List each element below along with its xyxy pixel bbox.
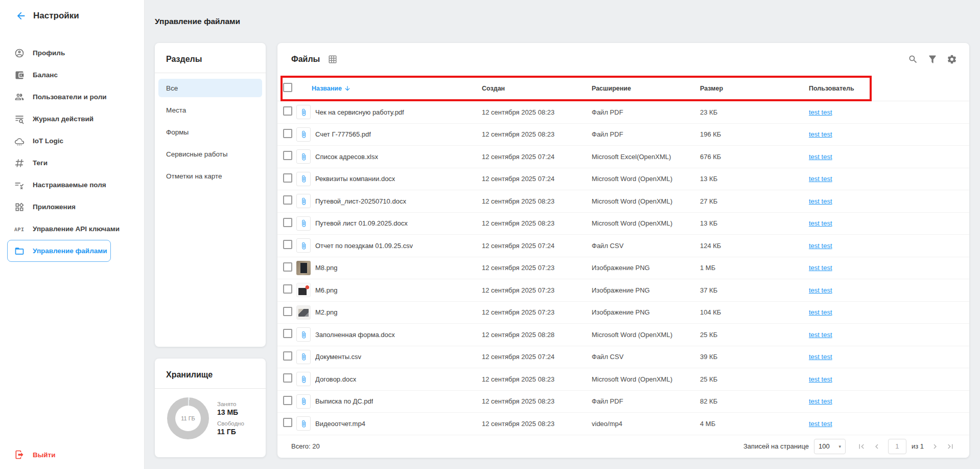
file-user-link[interactable]: test test (809, 375, 832, 383)
sidebar-item-iot-logic[interactable]: IoT Logic (0, 130, 144, 152)
file-user-link[interactable]: test test (809, 308, 832, 316)
file-user-link[interactable]: test test (809, 197, 832, 205)
row-checkbox[interactable] (283, 418, 292, 427)
logout-button[interactable]: Выйти (0, 444, 56, 465)
file-attachment-icon (296, 172, 311, 186)
section-item-places[interactable]: Места (158, 101, 262, 119)
row-checkbox[interactable] (283, 240, 292, 249)
page-title: Управление файлами (155, 17, 969, 26)
file-attachment-icon (296, 261, 311, 275)
file-extension: Microsoft Word (OpenXML) (592, 175, 700, 183)
file-size: 23 КБ (700, 108, 809, 116)
sidebar-item-tags[interactable]: Теги (0, 152, 144, 174)
file-user-link[interactable]: test test (809, 420, 832, 428)
files-panel: Файлы Название Создан Расширение (277, 43, 969, 458)
file-user-link[interactable]: test test (809, 130, 832, 138)
section-item-all[interactable]: Все (158, 79, 262, 97)
file-name: Отчет по поездкам 01.09.25.csv (315, 242, 413, 250)
column-header-name[interactable]: Название (312, 85, 351, 92)
file-extension: Microsoft Word (OpenXML) (592, 331, 700, 339)
sidebar-item-file-management[interactable]: Управление файлами (7, 240, 111, 262)
file-extension: video/mp4 (592, 420, 700, 428)
file-user-link[interactable]: test test (809, 264, 832, 272)
column-header-user[interactable]: Пользователь (809, 85, 969, 92)
file-user-link[interactable]: test test (809, 219, 832, 227)
row-checkbox[interactable] (283, 351, 292, 361)
row-checkbox[interactable] (283, 173, 292, 183)
first-page-icon[interactable] (855, 440, 868, 453)
file-size: 13 КБ (700, 219, 809, 227)
row-checkbox[interactable] (283, 262, 292, 272)
file-name: Путевой_лист-20250710.docx (315, 197, 406, 205)
row-checkbox[interactable] (283, 195, 292, 205)
file-name: M2.png (315, 308, 337, 316)
sidebar-item-users-roles[interactable]: Пользователи и роли (0, 86, 144, 108)
section-item-service-works[interactable]: Сервисные работы (158, 145, 262, 163)
select-all-checkbox[interactable] (283, 83, 292, 92)
row-checkbox[interactable] (283, 218, 292, 227)
column-header-created[interactable]: Создан (482, 85, 592, 92)
column-header-extension[interactable]: Расширение (592, 85, 700, 92)
file-name: Договор.docx (315, 375, 356, 383)
table-row: Список адресов.xlsx 12 сентября 2025 07:… (277, 146, 969, 168)
row-checkbox[interactable] (283, 284, 292, 294)
table-row: Реквизиты компании.docx 12 сентября 2025… (277, 168, 969, 191)
file-user-link[interactable]: test test (809, 108, 832, 116)
sidebar-item-balance[interactable]: Баланс (0, 64, 144, 86)
file-extension: Файл CSV (592, 242, 700, 250)
sidebar-item-api-keys[interactable]: API Управление API ключами (0, 218, 144, 240)
file-extension: Microsoft Word (OpenXML) (592, 375, 700, 383)
row-checkbox[interactable] (283, 373, 292, 383)
file-created: 12 сентября 2025 07:24 (482, 175, 592, 183)
row-checkbox[interactable] (283, 329, 292, 338)
file-user-link[interactable]: test test (809, 286, 832, 294)
file-name: Список адресов.xlsx (315, 153, 378, 161)
row-checkbox[interactable] (283, 129, 292, 138)
file-attachment-icon (296, 216, 311, 231)
per-page-label: Записей на странице (743, 442, 809, 450)
file-name: Документы.csv (315, 353, 361, 361)
back-arrow-icon[interactable] (15, 10, 27, 21)
sidebar-item-profile[interactable]: Профиль (0, 42, 144, 64)
section-item-forms[interactable]: Формы (158, 123, 262, 141)
file-user-link[interactable]: test test (809, 242, 832, 250)
row-checkbox[interactable] (283, 396, 292, 405)
file-created: 12 сентября 2025 08:23 (482, 108, 592, 116)
sidebar-item-custom-fields[interactable]: Настраиваемые поля (0, 174, 144, 196)
file-extension: Microsoft Word (OpenXML) (592, 219, 700, 227)
grid-view-icon[interactable] (328, 55, 337, 64)
file-attachment-icon (296, 372, 311, 386)
total-count: Всего: 20 (291, 442, 320, 450)
file-user-link[interactable]: test test (809, 331, 832, 339)
last-page-icon[interactable] (944, 440, 956, 453)
next-page-icon[interactable] (929, 440, 941, 453)
file-name: Выписка по ДС.pdf (315, 397, 373, 405)
page-number-input[interactable]: 1 (888, 439, 906, 454)
search-icon[interactable] (908, 54, 918, 64)
file-created: 12 сентября 2025 08:23 (482, 375, 592, 383)
row-checkbox[interactable] (283, 151, 292, 160)
row-checkbox[interactable] (283, 307, 292, 316)
row-checkbox[interactable] (283, 106, 292, 116)
file-size: 196 КБ (700, 130, 809, 138)
file-user-link[interactable]: test test (809, 175, 832, 183)
section-item-map-marks[interactable]: Отметки на карте (158, 167, 262, 185)
file-extension: Файл PDF (592, 397, 700, 405)
settings-gear-icon[interactable] (947, 54, 957, 64)
sidebar-item-activity-log[interactable]: Журнал действий (0, 108, 144, 130)
file-user-link[interactable]: test test (809, 397, 832, 405)
iot-logic-icon (14, 136, 25, 146)
prev-page-icon[interactable] (871, 440, 883, 453)
page-of-label: из 1 (912, 442, 924, 450)
table-row: Документы.csv 12 сентября 2025 07:24 Фай… (277, 346, 969, 369)
log-search-icon (14, 114, 25, 124)
file-size: 82 КБ (700, 397, 809, 405)
file-extension: Microsoft Excel(OpenXML) (592, 153, 700, 161)
sidebar-item-apps[interactable]: Приложения (0, 196, 144, 218)
filter-icon[interactable] (927, 54, 938, 64)
column-header-size[interactable]: Размер (700, 85, 809, 92)
file-user-link[interactable]: test test (809, 353, 832, 361)
per-page-select[interactable]: 100 ▾ (814, 439, 846, 454)
file-size: 39 КБ (700, 353, 809, 361)
file-user-link[interactable]: test test (809, 153, 832, 161)
